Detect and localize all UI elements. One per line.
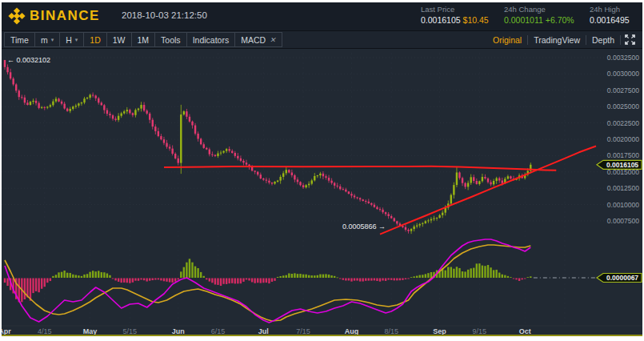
svg-text:0.0016105: 0.0016105: [606, 161, 638, 169]
svg-text:0.0027500: 0.0027500: [607, 86, 639, 94]
candlestick-macd-chart[interactable]: 0.00325000.00300000.00275000.00250000.00…: [2, 48, 642, 335]
svg-text:← 0.0032102: ← 0.0032102: [7, 56, 50, 64]
svg-text:Aug: Aug: [345, 327, 359, 335]
svg-text:0.0025000: 0.0025000: [607, 102, 639, 110]
chart-area[interactable]: 0.00325000.00300000.00275000.00250000.00…: [2, 48, 642, 335]
high-value: 0.0016495: [590, 15, 630, 25]
svg-text:8/15: 8/15: [384, 327, 398, 335]
svg-text:0.0030000: 0.0030000: [607, 70, 639, 78]
candles-layer: [4, 60, 532, 234]
svg-text:0.0010000: 0.0010000: [607, 201, 639, 209]
toolbar-time-button[interactable]: Time: [5, 33, 35, 46]
binance-chart-window: BINANCE 2018-10-03 21:12:50 Last Price 0…: [2, 2, 642, 336]
chart-toolbar: Timem▾H▾1D1W1MToolsIndicatorsMACD✕ Origi…: [2, 30, 642, 49]
binance-diamond-icon: [8, 7, 26, 25]
stat-label: 24h High: [590, 5, 644, 14]
svg-text:Sep: Sep: [433, 327, 446, 335]
toolbar-minutes-button[interactable]: m▾: [35, 33, 60, 46]
annotations-layer: ← 0.00321020.0005866 →: [7, 56, 386, 231]
last-price-usd: $10.45: [463, 15, 489, 25]
toolbar-indicators-button[interactable]: Indicators: [187, 33, 236, 46]
stat-label: Last Price: [421, 5, 509, 14]
time-axis: Apr4/15May5/15Jun6/15Jul7/15Aug8/15Sep9/…: [2, 327, 531, 335]
stat-24h-high: 24h High 0.0016495: [590, 5, 644, 26]
header: BINANCE 2018-10-03 21:12:50 Last Price 0…: [2, 2, 642, 30]
change-percent: +6.70%: [546, 15, 574, 25]
svg-text:Jul: Jul: [258, 327, 269, 335]
svg-text:Apr: Apr: [2, 327, 11, 335]
chart-mode-group: OriginalTradingViewDepth: [487, 33, 639, 46]
toolbar-macd-button[interactable]: MACD✕: [235, 33, 281, 46]
change-value: 0.0001011: [504, 15, 543, 25]
svg-text:0.0017500: 0.0017500: [607, 151, 639, 159]
stat-24h-change: 24h Change 0.0001011 +6.70%: [504, 5, 592, 26]
toolbar-tools-button[interactable]: Tools: [155, 33, 187, 46]
remove-indicator-icon[interactable]: ✕: [270, 36, 276, 44]
chevron-down-icon: ▾: [75, 37, 78, 43]
toolbar-1w-button[interactable]: 1W: [107, 33, 132, 46]
toolbar-1d-button[interactable]: 1D: [84, 33, 106, 46]
svg-text:0.0020000: 0.0020000: [607, 135, 639, 143]
grid-layer: [2, 53, 642, 326]
view-original-button[interactable]: Original: [487, 35, 528, 45]
current-price-tag: 0.0016105: [597, 160, 642, 169]
toolbar-hours-button[interactable]: H▾: [60, 33, 84, 46]
price-axis: 0.00325000.00300000.00275000.00250000.00…: [607, 54, 639, 225]
svg-text:Jun: Jun: [172, 327, 185, 335]
view-depth-button[interactable]: Depth: [586, 35, 621, 45]
view-tradingview-button[interactable]: TradingView: [528, 35, 586, 45]
chart-datetime: 2018-10-03 21:12:50: [122, 10, 207, 20]
svg-text:0.0032500: 0.0032500: [607, 54, 639, 62]
page: BINANCE 2018-10-03 21:12:50 Last Price 0…: [0, 0, 644, 341]
svg-text:Oct: Oct: [519, 327, 531, 335]
svg-text:May: May: [83, 327, 98, 335]
svg-text:7/15: 7/15: [296, 327, 310, 335]
stat-label: 24h Change: [504, 5, 592, 14]
svg-text:4/15: 4/15: [38, 327, 52, 335]
brand-name: BINANCE: [30, 8, 100, 24]
svg-text:0.0022500: 0.0022500: [607, 119, 639, 127]
interval-tools-group: Timem▾H▾1D1W1MToolsIndicatorsMACD✕: [4, 32, 282, 47]
svg-text:9/15: 9/15: [473, 327, 487, 335]
toolbar-1m-button[interactable]: 1M: [132, 33, 156, 46]
svg-text:0.0007500: 0.0007500: [607, 217, 639, 225]
svg-text:0.0005866 →: 0.0005866 →: [342, 223, 386, 231]
binance-logo: BINANCE: [8, 7, 100, 25]
svg-text:5/15: 5/15: [123, 327, 138, 335]
svg-text:0.0012500: 0.0012500: [607, 184, 639, 192]
chevron-down-icon: ▾: [51, 37, 54, 43]
last-price-value: 0.0016105: [421, 15, 461, 25]
svg-text:6/15: 6/15: [211, 327, 226, 335]
fullscreen-icon[interactable]: [621, 34, 639, 45]
svg-text:0.0000067: 0.0000067: [606, 274, 638, 282]
macd-layer: [4, 239, 606, 323]
stat-last-price: Last Price 0.0016105 $10.45: [421, 5, 509, 26]
macd-zero-tag: 0.0000067: [597, 274, 642, 283]
